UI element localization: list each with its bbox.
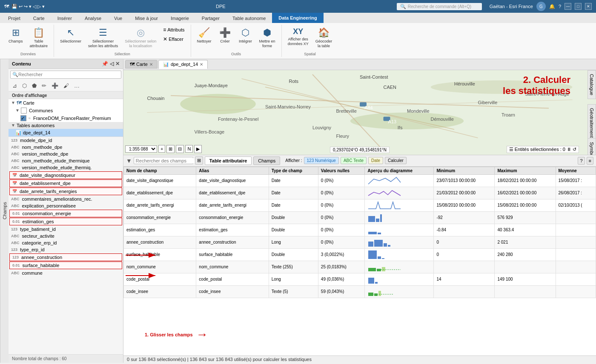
field-type-erp[interactable]: 123 type_erp_id xyxy=(9,246,123,253)
help-icon[interactable]: ? xyxy=(559,4,561,9)
help-btn[interactable]: ? xyxy=(578,157,585,165)
tab-data-engineering[interactable]: Data Engineering xyxy=(272,13,323,23)
integrer-button[interactable]: ⬡ Intégrer xyxy=(236,26,255,46)
tab-imagerie[interactable]: Imagerie xyxy=(164,13,195,23)
zoom-in-btn[interactable]: + xyxy=(158,145,165,153)
notification-icon[interactable]: 🔔 xyxy=(549,4,555,9)
date-btn[interactable]: Date xyxy=(368,157,383,164)
pause-btn[interactable]: ⏸ xyxy=(567,147,571,152)
attributs-button[interactable]: ≡ Attributs xyxy=(160,26,187,34)
tables-autonomes[interactable]: ▼ Tables autonomes xyxy=(9,122,123,129)
field-search-input[interactable] xyxy=(136,158,195,163)
field-consommation[interactable]: 0.01 consommation_energie xyxy=(9,210,122,217)
filter-icon[interactable]: ⊿ xyxy=(10,81,19,90)
field-search-box[interactable]: 🔍 xyxy=(134,157,193,164)
map-scale-select[interactable]: 1:355 088 xyxy=(125,145,157,153)
paint-icon[interactable]: 🖌 xyxy=(61,81,71,90)
view-button[interactable]: ⊞ xyxy=(195,156,203,165)
geotraitement-tab[interactable]: Géotraitement xyxy=(587,104,596,142)
field-nom-methode[interactable]: ABC nom_methode_dpe xyxy=(9,144,123,151)
tab-mise-a-jour[interactable]: Mise à jour xyxy=(129,13,164,23)
creer-button[interactable]: ➕ Créer xyxy=(216,26,235,46)
calculer-btn[interactable]: Calculer xyxy=(385,157,407,164)
tab-champs[interactable]: Champs xyxy=(253,156,280,165)
undo-icon[interactable]: ↩ xyxy=(19,4,23,9)
tab-table-autonome[interactable]: Table autonome xyxy=(226,13,272,23)
numeric-btn[interactable]: 123 Numérique xyxy=(304,157,339,164)
champs-button[interactable]: ⊞ Champs xyxy=(6,26,26,46)
field-version-methode[interactable]: ABC version_methode_dpe xyxy=(9,151,123,157)
tab-vue[interactable]: Vue xyxy=(108,13,129,23)
tab-inserer[interactable]: Insérer xyxy=(51,13,78,23)
close-button[interactable]: ✕ xyxy=(585,3,592,10)
francedom-checkbox[interactable]: ✓ xyxy=(20,115,26,121)
refresh-btn[interactable]: ↺ xyxy=(573,147,576,152)
content-search[interactable]: 🔍 xyxy=(10,71,121,79)
field-date-visite[interactable]: 📅 date_visite_diagnostiqueur xyxy=(9,171,122,179)
catalogue-tab[interactable]: Catalogue xyxy=(587,70,596,99)
field-estimation[interactable]: 0.01 estimation_ges xyxy=(9,218,122,225)
field-commune[interactable]: ABC commune xyxy=(9,270,123,276)
map-tab2-close[interactable]: ✕ xyxy=(200,62,203,67)
redo-icon[interactable]: ↪ xyxy=(24,4,28,9)
minimize-button[interactable]: — xyxy=(564,3,571,10)
nav-btn[interactable]: N xyxy=(185,145,193,153)
save-icon[interactable]: 💾 xyxy=(11,4,17,9)
map-tab-dpe[interactable]: 📊 dpe_dept_14 ✕ xyxy=(158,60,208,69)
tab-projet[interactable]: Projet xyxy=(2,13,27,23)
layer-communes[interactable]: ▼ Communes xyxy=(9,107,123,114)
effacer-button[interactable]: ✕ Effacer xyxy=(160,35,187,43)
custom-icon[interactable]: ▾ xyxy=(42,4,45,9)
cylinder-icon[interactable]: ⬡ xyxy=(20,81,29,90)
communes-checkbox[interactable] xyxy=(21,108,27,114)
search-input[interactable] xyxy=(18,72,119,77)
polygon-icon[interactable]: ⬟ xyxy=(30,81,39,90)
field-nom-methode-etude[interactable]: ABC nom_methode_etude_thermique xyxy=(9,157,123,164)
field-categorie[interactable]: ABC categorie_erp_id xyxy=(9,239,123,246)
field-commentaires[interactable]: ABC commentaires_ameliorations_rec. xyxy=(9,196,123,202)
command-search[interactable]: 🔍 Recherche de commande (Alt+Q) xyxy=(397,3,482,10)
layer-francedom[interactable]: ✓ ≈ FranceDOM_FranceRaster_Premium xyxy=(9,114,123,122)
tab-table-attributaire[interactable]: Table attributaire xyxy=(205,156,252,165)
grid-btn[interactable]: ⊞ xyxy=(166,145,175,153)
more-icon[interactable]: … xyxy=(72,81,82,90)
pin-icon[interactable]: 📌 xyxy=(102,61,108,67)
layer-dpe[interactable]: 📊 dpe_dept_14 xyxy=(9,129,123,136)
map-tab-close[interactable]: ✕ xyxy=(149,62,153,67)
tab-partager[interactable]: Partager xyxy=(195,13,226,23)
maximize-button[interactable]: □ xyxy=(575,3,582,10)
table-attributaire-button[interactable]: 📋 Tableattributaire xyxy=(27,26,51,50)
plus-icon[interactable]: ➕ xyxy=(49,81,60,90)
panel-collapse-icon[interactable]: ◁ xyxy=(110,61,114,67)
field-type-batiment[interactable]: 123 type_batiment_id xyxy=(9,226,123,233)
field-date-etablissement[interactable]: 📅 date_etablissement_dpe xyxy=(9,179,122,187)
mettre-en-forme-button[interactable]: ⬢ Mettre enforme xyxy=(257,26,278,50)
text-btn[interactable]: ABC Texte xyxy=(341,157,367,164)
field-version-methode-etude[interactable]: ABC version_methode_etude_thermiq. xyxy=(9,164,123,171)
selectionner-button[interactable]: ↖ Sélectionner xyxy=(57,26,84,46)
forward-icon[interactable]: ▷ xyxy=(37,4,41,9)
field-annee[interactable]: 123 annee_construction xyxy=(9,253,122,261)
sel-localisation-button[interactable]: ◎ Sélectionner selonla localisation xyxy=(122,26,159,50)
draw-icon[interactable]: ✏ xyxy=(40,81,49,90)
nettoyer-button[interactable]: 🧹 Nettoyer xyxy=(195,26,214,46)
filter-btn[interactable]: ▼ xyxy=(126,157,132,164)
layer-btn[interactable]: ⊟ xyxy=(176,145,184,153)
menu-btn[interactable]: ≡ xyxy=(587,157,593,165)
tab-carte[interactable]: Carte xyxy=(27,13,51,23)
dropdown-icon[interactable]: ▾ xyxy=(29,4,32,9)
tab-analyse[interactable]: Analyse xyxy=(78,13,108,23)
field-secteur[interactable]: ABC secteur_activite xyxy=(9,233,123,239)
back-icon[interactable]: ◁ xyxy=(33,4,36,9)
field-modele[interactable]: 123 modele_dpe_id xyxy=(9,137,123,144)
map-tab-carte[interactable]: 🗺 Carte ✕ xyxy=(125,60,158,68)
field-explication[interactable]: ABC explication_personnalisee xyxy=(9,202,123,209)
forward-map-btn[interactable]: ▶ xyxy=(194,145,202,153)
geocoder-button[interactable]: 🏠 Géocoderla table xyxy=(313,26,335,50)
field-surface[interactable]: 0.01 surface_habitable xyxy=(9,262,122,269)
afficher-xy-button[interactable]: XY Afficher desdonnées XY xyxy=(285,26,311,48)
layer-carte[interactable]: ▼ 🗺 Carte xyxy=(9,99,123,107)
field-date-arrete[interactable]: 📅 date_arrete_tarifs_energies xyxy=(9,188,122,195)
symbologie-tab[interactable]: Symbologie xyxy=(587,138,596,155)
panel-close-icon[interactable]: ✕ xyxy=(115,61,120,67)
